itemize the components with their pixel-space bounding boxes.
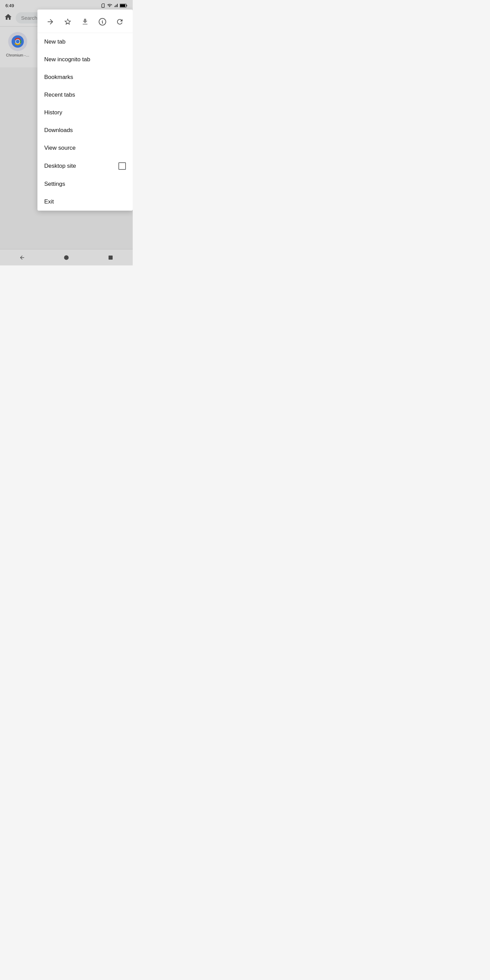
download-button[interactable] <box>78 15 92 29</box>
menu-item-downloads[interactable]: Downloads <box>37 121 133 139</box>
menu-item-settings[interactable]: Settings <box>37 175 133 193</box>
menu-item-recent-tabs[interactable]: Recent tabs <box>37 86 133 104</box>
reload-button[interactable] <box>113 15 127 29</box>
menu-items-container: New tab New incognito tab Bookmarks Rece… <box>37 33 133 211</box>
forward-button[interactable] <box>43 15 57 29</box>
desktop-site-checkbox[interactable] <box>118 162 126 170</box>
menu-item-new-tab[interactable]: New tab <box>37 33 133 51</box>
info-icon <box>98 18 107 26</box>
menu-item-view-source[interactable]: View source <box>37 139 133 157</box>
menu-item-bookmarks[interactable]: Bookmarks <box>37 68 133 86</box>
star-icon <box>64 18 72 26</box>
menu-item-desktop-site[interactable]: Desktop site <box>37 157 133 175</box>
menu-toolbar <box>37 10 133 33</box>
info-button[interactable] <box>95 15 109 29</box>
download-icon <box>81 18 89 26</box>
reload-icon <box>116 18 124 26</box>
menu-item-history[interactable]: History <box>37 104 133 121</box>
forward-icon <box>46 18 54 26</box>
bookmark-button[interactable] <box>61 15 75 29</box>
menu-item-exit[interactable]: Exit <box>37 193 133 211</box>
menu-item-new-incognito-tab[interactable]: New incognito tab <box>37 51 133 68</box>
dropdown-menu: New tab New incognito tab Bookmarks Rece… <box>37 10 133 211</box>
